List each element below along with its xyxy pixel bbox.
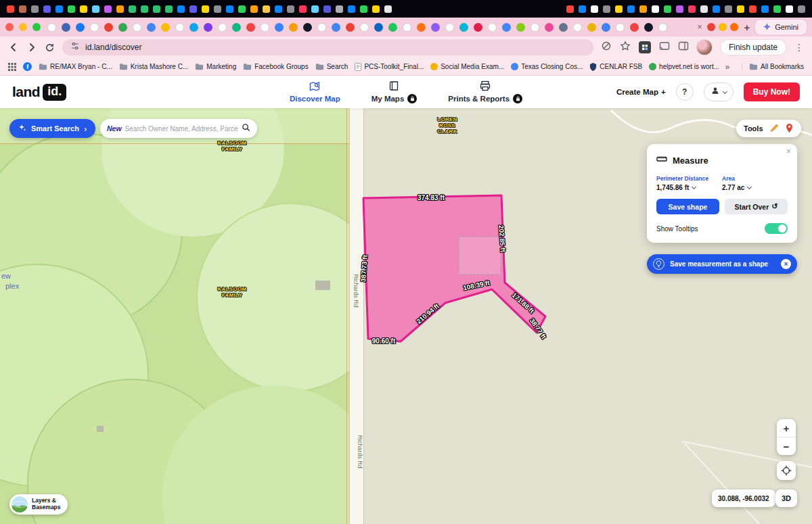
- blocked-icon[interactable]: [601, 41, 612, 54]
- tab-my-maps[interactable]: My Maps: [371, 80, 418, 103]
- menubar-status-icon[interactable]: [688, 5, 696, 13]
- menubar-status-icon[interactable]: [639, 5, 647, 13]
- bookmark-item[interactable]: CENLAR FSB: [589, 63, 642, 71]
- menubar-status-icon[interactable]: [725, 5, 732, 13]
- menubar-app-icon[interactable]: [43, 5, 51, 13]
- tab-favicon-icon[interactable]: [374, 23, 383, 32]
- draw-icon[interactable]: [769, 123, 779, 134]
- tab-favicon-icon[interactable]: [516, 23, 525, 32]
- tab-favicon-icon[interactable]: [445, 23, 454, 32]
- menubar-status-icon[interactable]: [652, 5, 659, 13]
- menubar-app-icon[interactable]: [323, 5, 331, 13]
- account-menu-button[interactable]: [704, 82, 734, 101]
- menubar-app-icon[interactable]: [214, 5, 221, 13]
- tab-favicon-icon[interactable]: [76, 23, 85, 32]
- tools-button[interactable]: Tools: [736, 120, 801, 137]
- menubar-app-icon[interactable]: [31, 5, 39, 13]
- tab-favicon-icon[interactable]: [147, 23, 156, 32]
- menubar-app-icon[interactable]: [299, 5, 307, 13]
- smart-search-button[interactable]: Smart Search ›: [9, 119, 95, 138]
- tab-favicon-icon[interactable]: [90, 23, 99, 32]
- bookmark-item[interactable]: Social Media Exam...: [430, 63, 504, 70]
- bookmark-item[interactable]: RE/MAX Bryan - C...: [39, 63, 112, 70]
- menubar-app-icon[interactable]: [275, 5, 282, 13]
- bookmark-item[interactable]: Texas Closing Cos...: [511, 63, 583, 70]
- all-bookmarks-button[interactable]: All Bookmarks: [742, 63, 804, 70]
- layers-basemaps-button[interactable]: Layers & Basemaps: [9, 494, 68, 515]
- tab-favicon-icon[interactable]: [161, 23, 170, 32]
- menubar-app-icon[interactable]: [129, 5, 136, 13]
- tab-favicon-icon[interactable]: [388, 23, 397, 32]
- browser-menu-icon[interactable]: ⋮: [794, 42, 804, 53]
- menubar-status-icon[interactable]: [591, 5, 598, 13]
- tab-favicon-icon[interactable]: [545, 23, 554, 32]
- show-tooltips-toggle[interactable]: [765, 223, 788, 234]
- menubar-status-icon[interactable]: [773, 5, 781, 13]
- menubar-app-icon[interactable]: [384, 5, 392, 13]
- menubar-app-icon[interactable]: [92, 5, 99, 13]
- menubar-app-icon[interactable]: [141, 5, 148, 13]
- menubar-status-icon[interactable]: [615, 5, 623, 13]
- tab-favicon-icon[interactable]: [118, 23, 127, 32]
- menubar-app-icon[interactable]: [104, 5, 112, 13]
- start-over-button[interactable]: Start Over ↺: [725, 199, 788, 214]
- minimize-window-button[interactable]: [19, 23, 27, 31]
- bookmark-item[interactable]: helpvet.net is wort...: [649, 63, 719, 70]
- menubar-app-icon[interactable]: [250, 5, 258, 13]
- tab-avatar-icon[interactable]: [707, 23, 715, 31]
- close-window-button[interactable]: [5, 23, 14, 31]
- tab-avatar-icon[interactable]: [730, 23, 738, 31]
- bookmark-item[interactable]: PCS-Toolkit_Final...: [355, 63, 424, 71]
- tab-favicon-icon[interactable]: [317, 23, 326, 32]
- new-tab-button[interactable]: +: [744, 22, 750, 33]
- menubar-status-icon[interactable]: [749, 5, 757, 13]
- tab-favicon-icon[interactable]: [658, 23, 667, 32]
- tab-favicon-icon[interactable]: [232, 23, 241, 32]
- tab-favicon-icon[interactable]: [360, 23, 369, 32]
- reload-button[interactable]: [45, 43, 55, 53]
- menubar-app-icon[interactable]: [189, 5, 197, 13]
- bookmark-item[interactable]: [8, 63, 16, 71]
- dismiss-banner-button[interactable]: ×: [781, 259, 791, 269]
- profile-avatar[interactable]: [697, 40, 712, 55]
- tab-favicon-icon[interactable]: [431, 23, 440, 32]
- menubar-status-icon[interactable]: [700, 5, 708, 13]
- menubar-app-icon[interactable]: [68, 5, 75, 13]
- menubar-app-icon[interactable]: [336, 5, 343, 13]
- tab-favicon-icon[interactable]: [559, 23, 568, 32]
- perimeter-unit-select[interactable]: 1,745.86 ft: [656, 184, 722, 191]
- menubar-app-icon[interactable]: [116, 5, 124, 13]
- menubar-app-icon[interactable]: [177, 5, 185, 13]
- tab-favicon-icon[interactable]: [474, 23, 482, 32]
- forward-button[interactable]: [26, 42, 37, 53]
- address-bar[interactable]: id.land/discover: [62, 39, 593, 55]
- fullscreen-window-button[interactable]: [32, 23, 41, 31]
- menubar-status-icon[interactable]: [579, 5, 586, 13]
- tab-discover-map[interactable]: Discover Map: [290, 81, 340, 103]
- cast-icon[interactable]: [659, 41, 670, 54]
- tab-favicon-icon[interactable]: [616, 23, 625, 32]
- tab-prints-reports[interactable]: Prints & Reports: [448, 80, 522, 103]
- menubar-status-icon[interactable]: [798, 5, 805, 13]
- tab-favicon-icon[interactable]: [275, 23, 284, 32]
- map-canvas[interactable]: 374.83 ft202.85 ft387.73 ft108.39 ft171.…: [0, 108, 812, 524]
- tab-favicon-icon[interactable]: [204, 23, 212, 32]
- tab-favicon-icon[interactable]: [246, 23, 255, 32]
- menubar-app-icon[interactable]: [80, 5, 87, 13]
- create-map-button[interactable]: Create Map +: [616, 88, 666, 96]
- bookmark-star-icon[interactable]: [620, 41, 631, 54]
- menubar-app-icon[interactable]: [263, 5, 270, 13]
- tab-favicon-icon[interactable]: [62, 23, 70, 32]
- menubar-app-icon[interactable]: [372, 5, 380, 13]
- tab-favicon-icon[interactable]: [573, 23, 582, 32]
- buy-now-button[interactable]: Buy Now!: [744, 82, 800, 101]
- tab-favicon-icon[interactable]: [47, 23, 56, 32]
- tab-favicon-icon[interactable]: [189, 23, 198, 32]
- extension-badge-icon[interactable]: [639, 41, 651, 53]
- menubar-app-icon[interactable]: [287, 5, 294, 13]
- 3d-toggle-button[interactable]: 3D: [775, 490, 797, 507]
- tab-favicon-icon[interactable]: [488, 23, 497, 32]
- menubar-status-icon[interactable]: [737, 5, 744, 13]
- menubar-app-icon[interactable]: [348, 5, 355, 13]
- tab-favicon-icon[interactable]: [502, 23, 511, 32]
